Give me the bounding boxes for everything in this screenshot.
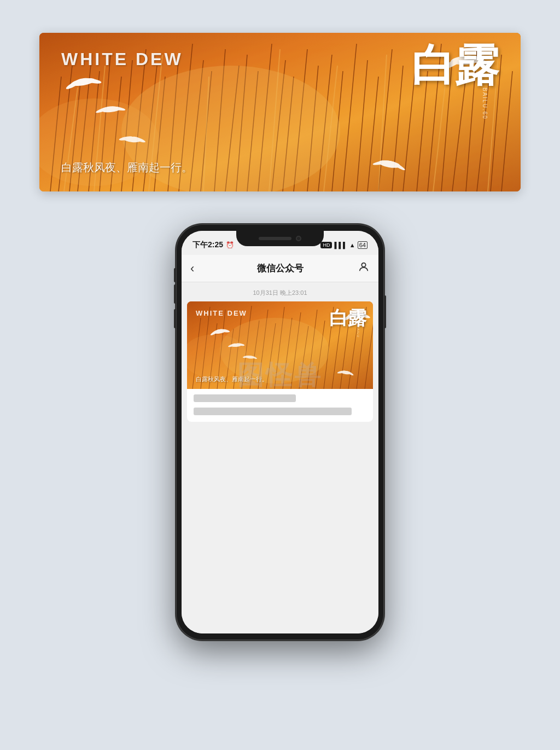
mini-banner-title-en: WHITE DEW [196, 309, 247, 317]
mini-banner-title-cn: 白露 [329, 306, 366, 331]
nav-profile-button[interactable] [358, 261, 370, 276]
back-chevron-icon: ‹ [190, 261, 194, 276]
hd-badge: HD [320, 242, 332, 248]
text-placeholder-short [194, 394, 296, 402]
phone-speaker [259, 237, 291, 240]
volume-up-button [174, 284, 176, 304]
mute-button [174, 268, 176, 282]
phone-notch [236, 231, 324, 246]
navbar-title: 微信公众号 [257, 262, 304, 275]
status-time: 下午2:25 [192, 240, 223, 250]
phone-mockup: 下午2:25 ⏰ HD ▌▌▌ ▲ 64 ‹ 微信公众号 [176, 224, 384, 640]
banner-content: WHITE DEW 白露 BAILU.60 白露秋风夜、雁南起一行。 [39, 33, 521, 191]
mini-vertical-text: BAILU [357, 325, 360, 338]
banner-vertical-text: BAILU.60 [482, 88, 488, 120]
power-button [384, 295, 386, 328]
phone-camera [296, 236, 301, 241]
phone-outer: 下午2:25 ⏰ HD ▌▌▌ ▲ 64 ‹ 微信公众号 [176, 224, 384, 640]
banner-title-en: WHITE DEW [61, 49, 183, 69]
battery-text: 64 [358, 241, 368, 249]
banner-background: WHITE DEW 白露 BAILU.60 白露秋风夜、雁南起一行。 [39, 33, 521, 191]
wifi-icon: ▲ [349, 242, 355, 248]
banner-card: WHITE DEW 白露 BAILU.60 白露秋风夜、雁南起一行。 [39, 33, 521, 191]
alarm-icon: ⏰ [226, 241, 234, 249]
feed-timestamp: 10月31日 晚上23:01 [182, 282, 378, 301]
status-icons: HD ▌▌▌ ▲ 64 [320, 241, 368, 249]
watermark: 图怪兽 [237, 358, 323, 393]
feed-content: 10月31日 晚上23:01 [182, 282, 378, 633]
signal-icon: ▌▌▌ [334, 242, 347, 248]
wechat-navbar: ‹ 微信公众号 [182, 255, 378, 282]
phone-screen: 下午2:25 ⏰ HD ▌▌▌ ▲ 64 ‹ 微信公众号 [182, 231, 378, 633]
svg-point-67 [361, 263, 365, 267]
nav-back-button[interactable]: ‹ [190, 261, 196, 276]
banner-subtitle: 白露秋风夜、雁南起一行。 [61, 160, 192, 175]
profile-icon [358, 261, 370, 273]
volume-down-button [174, 309, 176, 328]
text-placeholder-long [194, 408, 352, 415]
banner-title-cn: 白露 [411, 44, 499, 88]
